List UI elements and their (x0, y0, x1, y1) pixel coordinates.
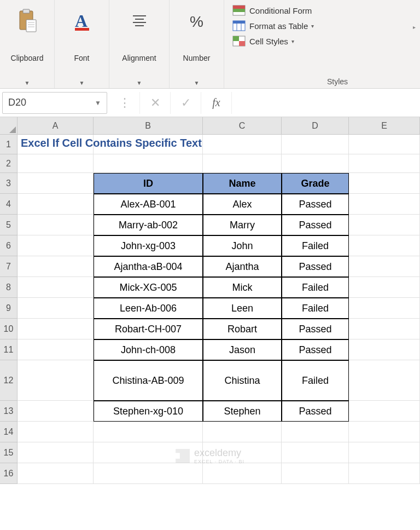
cell-B14[interactable] (94, 422, 203, 442)
alignment-button[interactable] (122, 4, 157, 38)
table-row[interactable]: Passed (282, 401, 349, 422)
chevron-down-icon[interactable]: ▼ (194, 80, 200, 86)
cell-B2[interactable] (94, 154, 203, 173)
cell-A4[interactable] (18, 194, 94, 215)
table-row[interactable]: Passed (282, 194, 349, 215)
cell-A15[interactable] (18, 442, 94, 463)
cell-E14[interactable] (349, 422, 420, 442)
enter-icon[interactable]: ✓ (171, 92, 201, 114)
cell-D1[interactable] (282, 135, 349, 154)
chevron-down-icon[interactable]: ▼ (95, 99, 101, 107)
cell-E13[interactable] (349, 401, 420, 422)
table-row[interactable]: Ajantha (203, 256, 282, 277)
table-row[interactable]: Jason (203, 339, 282, 360)
table-row[interactable]: Mick (203, 277, 282, 298)
table-row[interactable]: Stephen (203, 401, 282, 422)
cell-A13[interactable] (18, 401, 94, 422)
fx-button[interactable]: fx (201, 92, 232, 114)
cell-E9[interactable] (349, 298, 420, 319)
row-header-9[interactable]: 9 (0, 298, 18, 319)
cell-E2[interactable] (349, 154, 420, 173)
row-header-7[interactable]: 7 (0, 256, 18, 277)
col-header-C[interactable]: C (203, 117, 282, 135)
col-header-E[interactable]: E (349, 117, 420, 135)
chevron-down-icon[interactable]: ▼ (137, 80, 142, 86)
cell-A1[interactable]: Excel If Cell Contains Specific Text (18, 135, 94, 154)
cell-A11[interactable] (18, 339, 94, 360)
row-header-4[interactable]: 4 (0, 194, 18, 215)
col-header-D[interactable]: D (282, 117, 349, 135)
cell-E12[interactable] (349, 360, 420, 401)
cell-A14[interactable] (18, 422, 94, 442)
table-row[interactable]: Ajantha-aB-004 (94, 256, 203, 277)
table-row[interactable]: John (203, 235, 282, 256)
row-header-11[interactable]: 11 (0, 339, 18, 360)
spreadsheet-grid[interactable]: A B C D E 1 Excel If Cell Contains Speci… (0, 117, 420, 484)
name-box[interactable]: D20 ▼ (2, 92, 107, 114)
table-row[interactable]: Marry-ab-002 (94, 215, 203, 235)
cell-A12[interactable] (18, 360, 94, 401)
row-header-6[interactable]: 6 (0, 235, 18, 256)
row-header-5[interactable]: 5 (0, 215, 18, 235)
row-header-15[interactable]: 15 (0, 442, 18, 463)
col-header-B[interactable]: B (94, 117, 203, 135)
ribbon-expand-button[interactable]: ▸ (410, 24, 418, 30)
cell-B16[interactable] (94, 463, 203, 484)
table-row[interactable]: Stephen-xg-010 (94, 401, 203, 422)
cell-E10[interactable] (349, 319, 420, 339)
table-header-id[interactable]: ID (94, 173, 203, 194)
cell-E6[interactable] (349, 235, 420, 256)
table-row[interactable]: Alex-AB-001 (94, 194, 203, 215)
table-row[interactable]: Marry (203, 215, 282, 235)
row-header-14[interactable]: 14 (0, 422, 18, 442)
cell-D2[interactable] (282, 154, 349, 173)
row-header-3[interactable]: 3 (0, 173, 18, 194)
row-header-2[interactable]: 2 (0, 154, 18, 173)
select-all-corner[interactable] (0, 117, 18, 135)
table-row[interactable]: Robart-CH-007 (94, 319, 203, 339)
cell-E1[interactable] (349, 135, 420, 154)
row-header-1[interactable]: 1 (0, 135, 18, 154)
table-row[interactable]: Leen-Ab-006 (94, 298, 203, 319)
cell-A3[interactable] (18, 173, 94, 194)
table-row[interactable]: John-xg-003 (94, 235, 203, 256)
cell-E5[interactable] (349, 215, 420, 235)
cell-C1[interactable] (203, 135, 282, 154)
table-header-grade[interactable]: Grade (282, 173, 349, 194)
cell-D15[interactable] (282, 442, 349, 463)
table-row[interactable]: Failed (282, 298, 349, 319)
table-row[interactable]: Mick-XG-005 (94, 277, 203, 298)
cell-E16[interactable] (349, 463, 420, 484)
format-as-table-button[interactable]: Format as Table ▾ (230, 19, 365, 33)
cell-D14[interactable] (282, 422, 349, 442)
conditional-formatting-button[interactable]: Conditional Form (230, 3, 365, 18)
cell-A8[interactable] (18, 277, 94, 298)
font-button[interactable]: A (65, 4, 100, 38)
cell-E3[interactable] (349, 173, 420, 194)
formula-input[interactable] (232, 92, 420, 114)
cell-styles-button[interactable]: Cell Styles ▾ (230, 34, 365, 48)
table-row[interactable]: Robart (203, 319, 282, 339)
row-header-8[interactable]: 8 (0, 277, 18, 298)
table-row[interactable]: Chistina (203, 360, 282, 401)
cancel-icon[interactable]: ✕ (140, 92, 171, 114)
cell-C14[interactable] (203, 422, 282, 442)
chevron-down-icon[interactable]: ▼ (25, 80, 30, 86)
row-header-12[interactable]: 12 (0, 360, 18, 401)
cell-E8[interactable] (349, 277, 420, 298)
table-row[interactable]: Failed (282, 235, 349, 256)
table-row[interactable]: Passed (282, 215, 349, 235)
cell-C16[interactable] (203, 463, 282, 484)
cell-A7[interactable] (18, 256, 94, 277)
table-row[interactable]: Passed (282, 319, 349, 339)
table-row[interactable]: Alex (203, 194, 282, 215)
cell-E11[interactable] (349, 339, 420, 360)
table-row[interactable]: John-ch-008 (94, 339, 203, 360)
cell-A10[interactable] (18, 319, 94, 339)
cell-C2[interactable] (203, 154, 282, 173)
row-header-16[interactable]: 16 (0, 463, 18, 484)
cell-D16[interactable] (282, 463, 349, 484)
row-header-13[interactable]: 13 (0, 401, 18, 422)
col-header-A[interactable]: A (18, 117, 94, 135)
number-button[interactable]: % (179, 4, 214, 38)
